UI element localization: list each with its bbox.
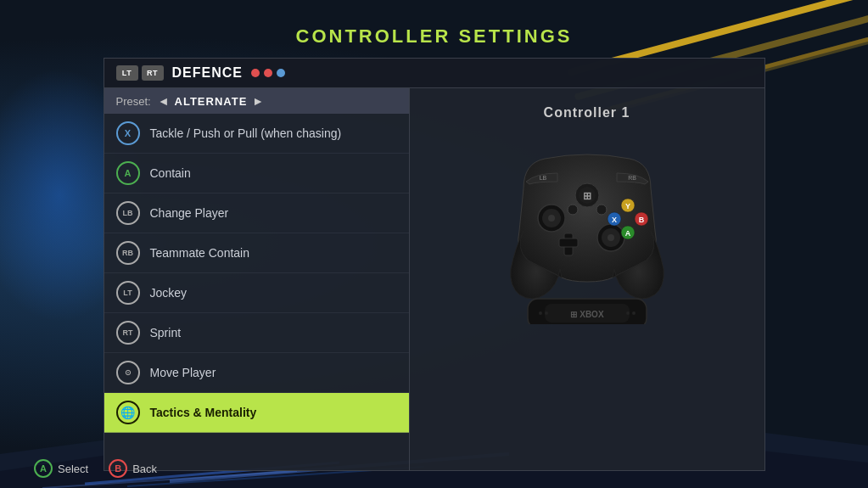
- controller-label: Controller 1: [544, 105, 630, 121]
- item-label-0: Tackle / Push or Pull (when chasing): [150, 126, 342, 140]
- content-area: LT RT DEFENCE Preset: ◄ ALTERNATE ► X: [104, 58, 765, 471]
- menu-item-7[interactable]: 🌐Tactics & Mentality: [104, 393, 409, 433]
- section-title: DEFENCE: [172, 65, 243, 81]
- bottom-btn-icon-select: A: [34, 459, 53, 478]
- item-label-3: Teammate Contain: [150, 246, 250, 260]
- bottom-btn-select[interactable]: ASelect: [34, 459, 88, 478]
- preset-value: ALTERNATE: [175, 95, 248, 108]
- item-label-1: Contain: [150, 166, 191, 180]
- menu-item-5[interactable]: RTSprint: [104, 313, 409, 353]
- dot-3: [277, 69, 285, 77]
- section-header: LT RT DEFENCE: [104, 59, 764, 88]
- menu-item-6[interactable]: ⊙Move Player: [104, 353, 409, 393]
- menu-item-2[interactable]: LBChange Player: [104, 194, 409, 233]
- svg-point-34: [626, 311, 630, 315]
- item-label-6: Move Player: [150, 366, 216, 379]
- svg-text:X: X: [611, 216, 616, 224]
- item-label-5: Sprint: [150, 326, 182, 339]
- svg-text:⊞: ⊞: [583, 190, 591, 202]
- item-label-7: Tactics & Mentality: [150, 406, 257, 419]
- item-icon-5: RT: [116, 321, 140, 345]
- menu-item-3[interactable]: RBTeammate Contain: [104, 233, 409, 273]
- menu-item-0[interactable]: XTackle / Push or Pull (when chasing): [104, 114, 409, 154]
- svg-point-35: [632, 311, 636, 315]
- rt-badge: RT: [142, 65, 164, 81]
- svg-rect-16: [559, 238, 578, 247]
- dot-1: [251, 69, 260, 77]
- svg-text:LB: LB: [539, 175, 546, 181]
- svg-point-27: [568, 205, 578, 215]
- item-icon-6: ⊙: [116, 361, 140, 384]
- dot-2: [264, 69, 272, 77]
- item-label-2: Change Player: [150, 206, 229, 220]
- right-panel: Controller 1: [410, 88, 764, 470]
- preset-row: Preset: ◄ ALTERNATE ►: [104, 88, 409, 114]
- item-icon-2: LB: [116, 201, 140, 225]
- svg-text:B: B: [638, 216, 644, 224]
- panels: Preset: ◄ ALTERNATE ► XTackle / Push or …: [104, 88, 764, 470]
- bottom-btn-label-back: Back: [132, 463, 157, 475]
- item-icon-3: RB: [116, 241, 140, 265]
- svg-text:RB: RB: [628, 175, 636, 181]
- item-label-4: Jockey: [150, 286, 188, 300]
- bottom-bar: ASelectBBack: [34, 459, 157, 478]
- controller-image: ⊞ Y: [477, 137, 697, 324]
- bottom-btn-back[interactable]: BBack: [109, 459, 157, 478]
- svg-point-28: [596, 205, 607, 215]
- preset-label: Preset:: [116, 95, 151, 108]
- svg-point-14: [608, 234, 614, 241]
- preset-arrow-left[interactable]: ◄: [158, 94, 170, 108]
- menu-list[interactable]: XTackle / Push or Pull (when chasing)ACo…: [104, 114, 409, 470]
- svg-text:Y: Y: [624, 202, 630, 210]
- lt-badge: LT: [116, 65, 138, 81]
- menu-item-1[interactable]: AContain: [104, 154, 409, 194]
- bottom-btn-icon-back: B: [109, 459, 127, 478]
- svg-point-32: [539, 311, 542, 315]
- svg-text:A: A: [624, 229, 630, 238]
- item-icon-4: LT: [116, 281, 140, 305]
- item-icon-7: 🌐: [116, 401, 140, 424]
- svg-point-33: [545, 311, 548, 315]
- preset-arrow-right[interactable]: ►: [252, 94, 264, 108]
- item-icon-1: A: [116, 161, 140, 185]
- menu-item-4[interactable]: LTJockey: [104, 273, 409, 313]
- page-title: CONTROLLER SETTINGS: [296, 25, 573, 47]
- dots-row: [251, 69, 285, 77]
- item-icon-0: X: [116, 121, 140, 145]
- svg-point-11: [548, 215, 555, 222]
- bottom-btn-label-select: Select: [58, 463, 88, 475]
- title-bar: CONTROLLER SETTINGS: [104, 25, 765, 48]
- svg-text:⊞ XBOX: ⊞ XBOX: [570, 310, 603, 319]
- left-panel: Preset: ◄ ALTERNATE ► XTackle / Push or …: [104, 88, 410, 470]
- main-container: CONTROLLER SETTINGS LT RT DEFENCE Preset…: [0, 0, 868, 488]
